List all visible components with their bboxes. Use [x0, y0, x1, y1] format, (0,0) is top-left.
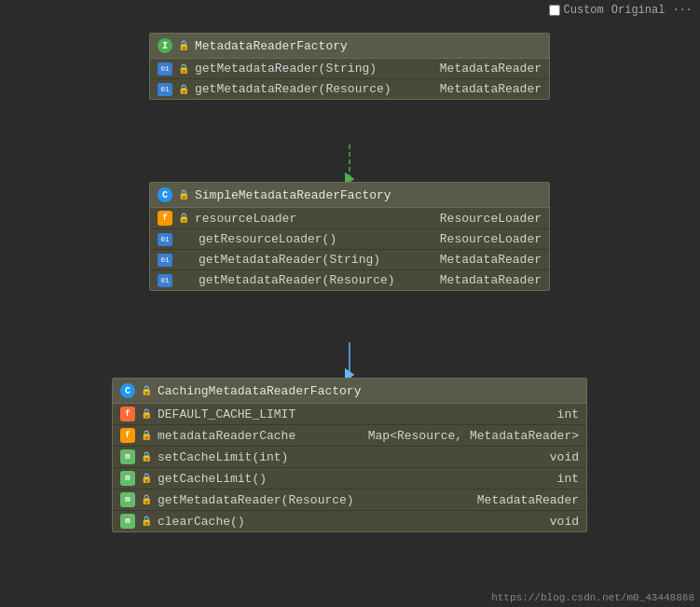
method-type: MetadataReader: [430, 82, 542, 96]
lock-icon: 🔒: [141, 408, 152, 420]
method-type: void: [467, 450, 579, 464]
static-field-icon: f: [120, 407, 135, 421]
box3-title: CachingMetadataReaderFactory: [158, 384, 361, 398]
field-name: DEFAULT_CACHE_LIMIT: [158, 407, 461, 421]
field-type: Map<Resource, MetadataReader>: [368, 429, 579, 443]
table-row: m 🔒 getCacheLimit() int: [113, 468, 586, 490]
lock-icon: 🔒: [141, 494, 152, 505]
field-type: ResourceLoader: [430, 212, 542, 226]
field-icon: f: [158, 211, 172, 226]
method-name: getMetadataReader(Resource): [199, 273, 424, 287]
table-row: 01 getResourceLoader() ResourceLoader: [150, 229, 549, 250]
method-type: MetadataReader: [430, 62, 542, 76]
box-caching-metadata-reader-factory: C 🔒 CachingMetadataReaderFactory f 🔒 DEF…: [112, 378, 587, 532]
method-name: setCacheLimit(int): [158, 450, 461, 464]
method-icon: m: [120, 514, 135, 529]
method-icon: 01: [158, 274, 172, 287]
table-row: 01 getMetadataReader(String) MetadataRea…: [150, 250, 549, 270]
custom-label: Custom: [564, 4, 604, 17]
table-row: f 🔒 metadataReaderCache Map<Resource, Me…: [113, 425, 586, 447]
method-name: getMetadataReader(String): [199, 253, 424, 267]
table-row: 01 🔒 getMetadataReader(Resource) Metadat…: [150, 79, 549, 99]
more-icon[interactable]: ···: [672, 4, 693, 17]
method-type: ResourceLoader: [430, 232, 542, 246]
lock-icon: 🔒: [178, 63, 189, 75]
method-type: MetadataReader: [467, 493, 579, 507]
box-metadata-reader-factory: I 🔒 MetadataReaderFactory 01 🔒 getMetada…: [149, 33, 550, 100]
lock-icon: 🔒: [141, 451, 152, 462]
method-type: MetadataReader: [430, 273, 542, 287]
lock-icon: 🔒: [141, 430, 152, 441]
method-name: getMetadataReader(String): [195, 62, 424, 76]
method-icon: 01: [158, 233, 172, 246]
method-type: MetadataReader: [430, 253, 542, 267]
lock-icon: 🔒: [141, 473, 152, 484]
original-label: Original: [611, 4, 666, 17]
class-icon: C: [120, 383, 135, 398]
box1-header: I 🔒 MetadataReaderFactory: [150, 34, 549, 59]
table-row: f 🔒 resourceLoader ResourceLoader: [150, 208, 549, 229]
table-row: 01 🔒 getMetadataReader(String) MetadataR…: [150, 59, 549, 79]
custom-checkbox-wrap[interactable]: Custom: [549, 4, 604, 17]
box1-title: MetadataReaderFactory: [195, 39, 348, 53]
method-name: getMetadataReader(Resource): [195, 82, 424, 96]
lock-icon: 🔒: [178, 84, 189, 95]
table-row: f 🔒 DEFAULT_CACHE_LIMIT int: [113, 404, 586, 425]
method-type: void: [467, 515, 579, 529]
table-row: 01 getMetadataReader(Resource) MetadataR…: [150, 270, 549, 290]
method-icon: 01: [158, 83, 172, 96]
lock-icon: 🔒: [141, 385, 152, 396]
field-name: resourceLoader: [195, 212, 424, 226]
top-bar: Custom Original ···: [542, 0, 700, 21]
lock-icon: 🔒: [178, 40, 189, 51]
table-row: m 🔒 clearCache() void: [113, 511, 586, 531]
table-row: m 🔒 setCacheLimit(int) void: [113, 447, 586, 468]
method-name: getCacheLimit(): [158, 472, 461, 486]
method-icon: m: [120, 492, 135, 507]
field-icon: f: [120, 428, 135, 443]
method-icon: 01: [158, 62, 172, 76]
method-name: getMetadataReader(Resource): [158, 493, 461, 507]
field-type: int: [467, 407, 579, 421]
custom-checkbox[interactable]: [549, 5, 560, 16]
lock-icon: 🔒: [178, 189, 189, 200]
method-type: int: [467, 472, 579, 486]
method-icon: m: [120, 471, 135, 486]
lock-icon: 🔒: [141, 516, 152, 527]
box-simple-metadata-reader-factory: C 🔒 SimpleMetadataReaderFactory f 🔒 reso…: [149, 182, 550, 291]
method-icon: 01: [158, 254, 172, 267]
method-name: clearCache(): [158, 515, 461, 529]
watermark: https://blog.csdn.net/m0_43448868: [491, 592, 694, 603]
box3-header: C 🔒 CachingMetadataReaderFactory: [113, 379, 586, 404]
box2-title: SimpleMetadataReaderFactory: [195, 188, 391, 202]
interface-icon: I: [158, 38, 172, 53]
table-row: m 🔒 getMetadataReader(Resource) Metadata…: [113, 490, 586, 511]
field-name: metadataReaderCache: [158, 429, 363, 443]
class-icon: C: [158, 187, 172, 202]
method-icon: m: [120, 449, 135, 464]
method-name: getResourceLoader(): [199, 232, 424, 246]
lock-icon: 🔒: [178, 213, 189, 224]
box2-header: C 🔒 SimpleMetadataReaderFactory: [150, 183, 549, 208]
